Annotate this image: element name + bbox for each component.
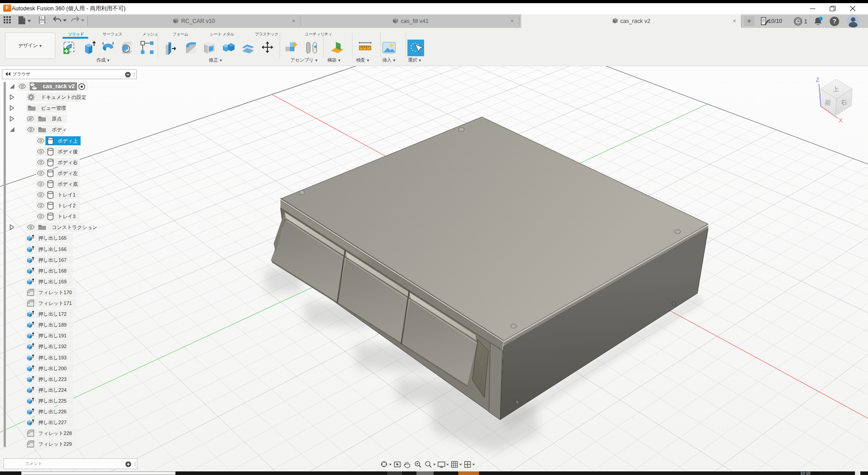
svg-text:上: 上: [832, 85, 839, 93]
svg-text:Z: Z: [816, 76, 819, 83]
svg-text:X: X: [839, 117, 843, 124]
svg-text:右: 右: [840, 98, 848, 106]
svg-text:前: 前: [824, 99, 832, 107]
